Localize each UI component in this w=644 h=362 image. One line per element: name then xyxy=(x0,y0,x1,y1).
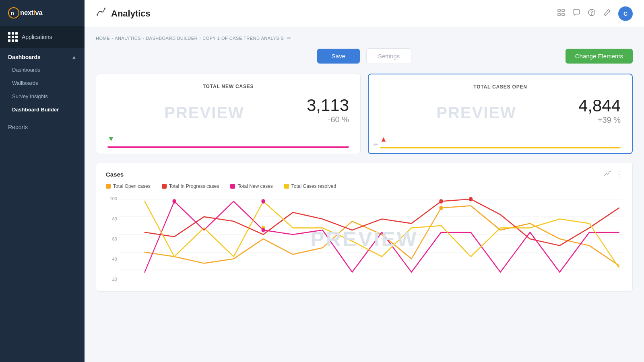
stat-value-open: 4,844 xyxy=(578,96,621,115)
chart-title: Cases xyxy=(106,171,124,178)
sidebar-item-dashboards[interactable]: Dashboards xyxy=(8,64,76,76)
legend-resolved: Total Cases resolved xyxy=(284,183,336,189)
wrench-icon[interactable] xyxy=(603,8,611,19)
dot-open-peak xyxy=(439,206,443,210)
stat-card-body-open: 4,844 +39 % xyxy=(380,96,621,131)
analytics-icon xyxy=(96,7,107,21)
topbar-right: C xyxy=(557,6,633,21)
topbar-left: Analytics xyxy=(96,7,151,21)
logo-dot: i xyxy=(33,9,35,16)
legend-dot-new xyxy=(230,184,235,189)
stat-card-body-new: 3,113 -60 % xyxy=(107,96,349,131)
save-button[interactable]: Save xyxy=(317,49,360,64)
y-axis-labels: 100 80 60 40 20 xyxy=(106,195,119,283)
applications-menu[interactable]: Applications xyxy=(0,26,85,48)
legend-dot-open xyxy=(106,184,111,189)
legend-in-progress: Total In Progress cases xyxy=(162,183,219,189)
chevron-up-icon: ▲ xyxy=(72,54,76,60)
breadcrumb-home[interactable]: HOME xyxy=(96,36,110,41)
apps-grid-icon xyxy=(8,32,18,42)
settings-button[interactable]: Settings xyxy=(366,48,411,64)
stat-value-new: 3,113 xyxy=(307,96,349,115)
stat-bar-yellow xyxy=(380,147,621,148)
stat-card-total-cases-open: TOTAL CASES OPEN PREVIEW 4,844 +39 % ▲ ✏ xyxy=(368,74,633,154)
chat-icon[interactable] xyxy=(572,8,580,19)
dot-progress-peak xyxy=(439,199,443,204)
dashboards-section-header[interactable]: Dashboards ▲ xyxy=(8,54,76,60)
sidebar-item-wallboards[interactable]: Wallboards xyxy=(8,77,76,89)
avatar[interactable]: C xyxy=(618,6,633,21)
stat-card-title-new: TOTAL NEW CASES xyxy=(107,84,349,89)
svg-rect-8 xyxy=(562,13,564,16)
chart-actions: ⋮ xyxy=(604,171,623,178)
svg-point-4 xyxy=(104,8,105,9)
stat-card-title-open: TOTAL CASES OPEN xyxy=(380,84,621,90)
svg-point-11 xyxy=(591,14,592,15)
action-bar: Save Settings Change Elements xyxy=(96,48,633,64)
legend-new: Total New cases xyxy=(230,183,272,189)
legend-dot-resolved xyxy=(284,184,289,189)
stat-change-open: +39 % xyxy=(578,115,621,125)
y-label-60: 60 xyxy=(106,237,117,241)
up-arrow-icon: ▲ xyxy=(380,135,387,144)
chart-card: Cases ⋮ Total Open cases xyxy=(96,162,633,292)
stat-footer-open: ▲ ✏ xyxy=(380,131,621,144)
grid-icon[interactable] xyxy=(557,8,565,19)
logo: n nextiva xyxy=(0,0,85,26)
page-title: Analytics xyxy=(111,8,151,19)
dashboards-section-label: Dashboards xyxy=(8,54,41,60)
stat-edit-pencil-icon[interactable]: ✏ xyxy=(374,142,378,148)
legend-open: Total Open cases xyxy=(106,183,151,189)
svg-rect-9 xyxy=(573,10,580,14)
chart-container: 100 80 60 40 20 PREVIEW xyxy=(106,195,623,283)
logo-icon: n xyxy=(8,7,19,19)
stat-card-total-new-cases: TOTAL NEW CASES PREVIEW 3,113 -60 % ▼ xyxy=(96,74,361,154)
legend-label-in-progress: Total In Progress cases xyxy=(169,183,219,189)
stat-cards: TOTAL NEW CASES PREVIEW 3,113 -60 % ▼ TO… xyxy=(96,74,633,154)
dot-progress-peak2 xyxy=(469,197,473,202)
svg-rect-5 xyxy=(558,9,560,12)
applications-label: Applications xyxy=(22,34,52,40)
breadcrumb-current[interactable]: COPY 1 OF CASE TREND ANALYSIS xyxy=(202,36,284,41)
svg-point-3 xyxy=(101,11,102,12)
svg-point-2 xyxy=(97,14,98,16)
legend-dot-in-progress xyxy=(162,184,167,189)
breadcrumb: HOME › ANALYTICS › DASHBOARD BUILDER › C… xyxy=(96,35,633,41)
dot-new-mid xyxy=(261,228,265,232)
content-area: HOME › ANALYTICS › DASHBOARD BUILDER › C… xyxy=(85,27,644,362)
chart-more-icon[interactable]: ⋮ xyxy=(615,171,623,178)
svg-rect-6 xyxy=(562,9,564,12)
chart-svg xyxy=(119,195,623,283)
breadcrumb-analytics[interactable]: ANALYTICS xyxy=(115,36,141,41)
dot-new-peak xyxy=(172,199,176,204)
change-elements-button[interactable]: Change Elements xyxy=(566,49,633,64)
svg-text:n: n xyxy=(11,10,14,16)
help-icon[interactable] xyxy=(588,8,596,19)
y-label-100: 100 xyxy=(106,196,117,201)
stat-bar-pink xyxy=(107,146,349,148)
dashboards-section: Dashboards ▲ Dashboards Wallboards Surve… xyxy=(0,48,85,119)
sidebar-item-reports[interactable]: Reports xyxy=(0,119,85,135)
legend-label-resolved: Total Cases resolved xyxy=(291,183,336,189)
legend-label-new: Total New cases xyxy=(237,183,272,189)
legend-label-open: Total Open cases xyxy=(113,183,151,189)
dot-new-peak2 xyxy=(261,199,265,204)
stat-change-new: -60 % xyxy=(307,115,349,124)
sidebar-item-survey-insights[interactable]: Survey Insights xyxy=(8,90,76,103)
main-content: Analytics xyxy=(85,0,644,362)
y-label-20: 20 xyxy=(106,277,117,282)
stat-footer-new: ▼ xyxy=(107,131,349,143)
down-arrow-icon: ▼ xyxy=(107,135,115,143)
breadcrumb-edit-icon[interactable]: ✏ xyxy=(287,35,291,41)
chart-trend-icon[interactable] xyxy=(604,171,611,178)
breadcrumb-dashboard-builder[interactable]: DASHBOARD BUILDER xyxy=(146,36,198,41)
sidebar: n nextiva Applications Dashboards ▲ Dash… xyxy=(0,0,85,362)
y-label-40: 40 xyxy=(106,257,117,261)
logo-text: nextiva xyxy=(20,9,42,17)
chart-legend: Total Open cases Total In Progress cases… xyxy=(106,183,623,189)
y-label-80: 80 xyxy=(106,216,117,221)
svg-rect-7 xyxy=(558,13,560,16)
sidebar-item-dashboard-builder[interactable]: Dashboard Builder xyxy=(8,103,76,116)
topbar: Analytics xyxy=(85,0,644,27)
chart-header: Cases ⋮ xyxy=(106,171,623,178)
